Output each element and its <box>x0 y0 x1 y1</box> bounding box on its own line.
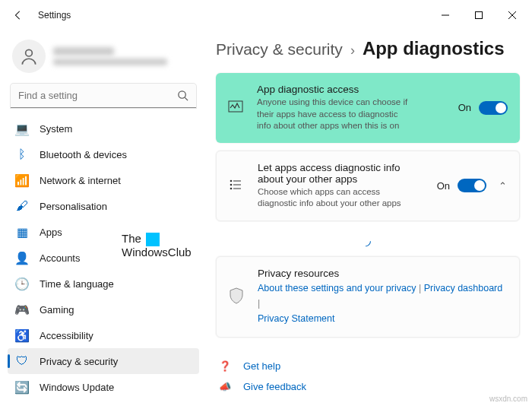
card-diagnostic-access[interactable]: App diagnostic access Anyone using this … <box>216 73 520 143</box>
update-icon: 🔄 <box>15 380 29 394</box>
nav-label: Gaming <box>40 304 74 316</box>
nav-label: Accessibility <box>40 330 93 341</box>
card-title: Privacy resources <box>258 268 507 279</box>
shield-icon <box>229 287 245 306</box>
svg-point-10 <box>230 187 233 189</box>
minimize-button[interactable] <box>429 4 462 27</box>
nav-privacy[interactable]: 🛡Privacy & security <box>8 348 199 374</box>
personalisation-icon: 🖌 <box>15 199 29 213</box>
page-title: App diagnostics <box>363 38 505 59</box>
nav-time[interactable]: 🕒Time & language <box>8 271 199 297</box>
avatar <box>12 40 46 73</box>
time-icon: 🕒 <box>15 277 29 290</box>
apps-icon: ▦ <box>15 225 29 239</box>
nav-apps[interactable]: ▦Apps <box>8 219 199 245</box>
breadcrumb: Privacy & security › App diagnostics <box>216 38 520 59</box>
nav-bluetooth[interactable]: ᛒBluetooth & devices <box>8 141 199 167</box>
wifi-icon: 📶 <box>15 173 29 187</box>
nav-accounts[interactable]: 👤Accounts <box>8 245 199 271</box>
card-privacy-resources: Privacy resources About these settings a… <box>216 256 520 338</box>
toggle-diagnostic-access[interactable] <box>479 101 508 115</box>
nav-label: Bluetooth & devices <box>40 149 127 160</box>
accounts-icon: 👤 <box>15 251 29 265</box>
nav-network[interactable]: 📶Network & internet <box>8 167 199 193</box>
nav-label: Apps <box>40 227 62 238</box>
feedback-icon: 📣 <box>219 381 233 392</box>
nav-label: Time & language <box>40 278 114 290</box>
search-icon <box>177 90 188 103</box>
list-icon <box>229 178 245 194</box>
gaming-icon: 🎮 <box>15 303 29 316</box>
sidebar: 💻System ᛒBluetooth & devices 📶Network & … <box>0 30 205 406</box>
nav-update[interactable]: 🔄Windows Update <box>8 374 199 400</box>
titlebar: Settings <box>0 0 532 30</box>
help-icon: ❓ <box>219 360 233 372</box>
profile-email-redacted <box>53 59 167 65</box>
nav-gaming[interactable]: 🎮Gaming <box>8 297 199 322</box>
window-controls <box>429 4 529 27</box>
profile-name-redacted <box>53 47 114 56</box>
nav-accessibility[interactable]: ♿Accessibility <box>8 322 199 348</box>
svg-rect-1 <box>476 12 483 19</box>
give-feedback-link[interactable]: 📣 Give feedback <box>219 376 517 397</box>
chevron-right-icon: › <box>350 43 355 59</box>
nav-label: Personalisation <box>40 201 107 212</box>
maximize-button[interactable] <box>462 4 496 27</box>
link-privacy-statement[interactable]: Privacy Statement <box>258 313 334 324</box>
bluetooth-icon: ᛒ <box>15 147 29 161</box>
profile-text <box>53 47 167 65</box>
toggle-label: On <box>437 180 450 192</box>
svg-point-6 <box>230 179 233 182</box>
svg-point-3 <box>179 91 185 98</box>
nav-label: Privacy & security <box>40 356 118 367</box>
close-button[interactable] <box>496 4 529 27</box>
system-icon: 💻 <box>15 122 29 135</box>
card-desc: Anyone using this device can choose if t… <box>257 97 409 132</box>
nav-label: Network & internet <box>40 175 121 186</box>
nav-personalisation[interactable]: 🖌Personalisation <box>8 193 199 219</box>
link-label: Get help <box>243 360 280 372</box>
search-input[interactable] <box>11 84 196 108</box>
main-content: Privacy & security › App diagnostics App… <box>205 30 532 406</box>
svg-point-2 <box>26 49 33 56</box>
window-title: Settings <box>38 10 71 21</box>
get-help-link[interactable]: ❓ Get help <box>219 356 517 376</box>
back-button[interactable] <box>8 5 29 26</box>
search-box[interactable] <box>11 84 196 108</box>
nav-label: Accounts <box>40 252 80 264</box>
nav-label: Windows Update <box>40 382 114 393</box>
link-label: Give feedback <box>243 381 306 392</box>
profile-block[interactable] <box>8 35 199 84</box>
card-desc: Choose which apps can access diagnostic … <box>258 186 410 210</box>
link-privacy-dashboard[interactable]: Privacy dashboard <box>424 283 503 293</box>
accessibility-icon: ♿ <box>15 328 29 342</box>
breadcrumb-parent[interactable]: Privacy & security <box>216 40 343 59</box>
toggle-label: On <box>458 102 471 113</box>
card-let-apps-access[interactable]: Let apps access diagnostic info about yo… <box>216 151 520 221</box>
nav-list: 💻System ᛒBluetooth & devices 📶Network & … <box>8 116 199 406</box>
nav-system[interactable]: 💻System <box>8 116 199 141</box>
link-about-settings[interactable]: About these settings and your privacy <box>258 283 416 293</box>
toggle-let-apps[interactable] <box>458 179 486 192</box>
loading-spinner: ◞ <box>216 229 520 256</box>
chevron-up-icon[interactable]: ⌃ <box>499 180 507 192</box>
diagnostics-icon <box>228 99 245 116</box>
card-title: Let apps access diagnostic info about yo… <box>258 162 425 185</box>
svg-point-8 <box>230 183 233 186</box>
svg-line-4 <box>185 97 188 100</box>
footer-links: ❓ Get help 📣 Give feedback <box>216 345 520 406</box>
shield-icon: 🛡 <box>15 354 29 368</box>
source-tag: wsxdn.com <box>489 395 527 403</box>
card-title: App diagnostic access <box>257 84 446 95</box>
nav-label: System <box>40 123 72 135</box>
